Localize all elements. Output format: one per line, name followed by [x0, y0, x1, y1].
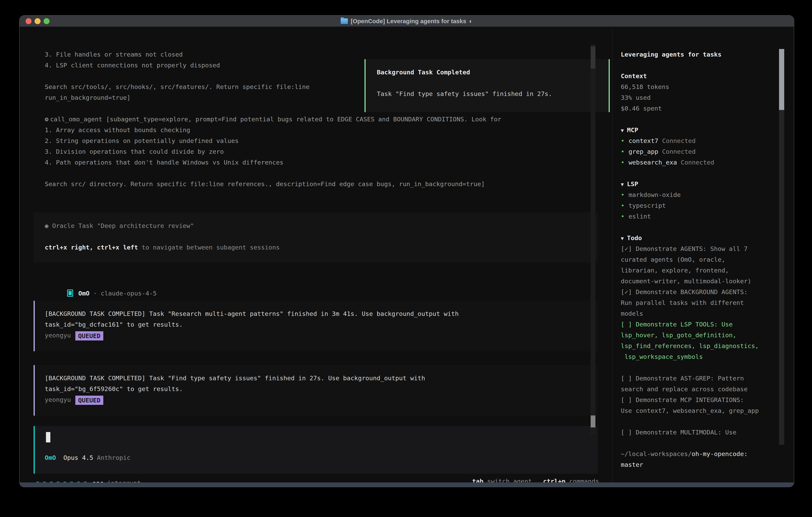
sidebar-item: •context7 Connected [621, 135, 781, 146]
window-title: [OpenCode] Leveraging agents for tasks [351, 18, 466, 25]
bullet-icon: • [621, 191, 625, 198]
bullet-icon: • [621, 137, 625, 144]
section-header-todo[interactable]: ▼Todo [621, 233, 781, 243]
agent-header: OmO · claude-opus-4-5 [45, 277, 157, 288]
item-name: websearch_exa [629, 159, 677, 166]
todo-line-done: curated agents (OmO, oracle, [621, 254, 781, 265]
agent-model: claude-opus-4-5 [101, 290, 157, 297]
todo-line-active: lsp_find_references, lsp_diagnostics, [621, 341, 781, 351]
bullet-icon: • [621, 159, 625, 166]
task-message-line: task_id="bg_dcfac161" to get results. [45, 321, 183, 328]
folder-icon [341, 19, 348, 24]
minimize-button[interactable] [35, 18, 40, 24]
close-button[interactable] [26, 18, 32, 24]
sidebar-item: •markdown-oxide [621, 189, 781, 200]
text-line: 3. Division operations that could divide… [45, 146, 596, 157]
context-header: Context [621, 72, 647, 80]
input-provider-label: Anthropic [97, 454, 130, 461]
section-header-lsp[interactable]: ▼LSP [621, 179, 781, 189]
item-name: context7 [629, 137, 658, 144]
oracle-task-hint: ctrl+x right, ctrl+x left to navigate be… [45, 242, 598, 253]
app-window: [OpenCode] Leveraging agents for tasks ◐… [19, 15, 794, 487]
text-line: Context [621, 71, 781, 81]
background-task-message: [BACKGROUND TASK COMPLETED] Task "Find t… [34, 365, 598, 416]
input-model-label: Opus 4.5 [63, 454, 93, 461]
input-meta: OmO Opus 4.5 Anthropic [45, 454, 130, 461]
text-line: 66,518 tokens [621, 81, 781, 92]
context-row: $0.46 spent [621, 105, 662, 112]
workspace-path-prefix: ~/local-workspaces/ [621, 450, 692, 457]
scrollback-text: Search src/ directory. Return specific f… [45, 180, 485, 188]
text-line: task_id="bg_6f59260c" to get results. [45, 383, 598, 394]
bullet-icon: • [621, 202, 625, 209]
text-line: Search src/ directory. Return specific f… [45, 179, 596, 189]
todo-line-active: lsp_workspace_symbols [621, 351, 781, 362]
item-status: Connected [658, 137, 696, 144]
text-line: yeongyuQUEUED [45, 330, 598, 341]
todo-line-pending: [ ] Demonstrate AST-GREP: Pattern [621, 373, 781, 384]
todo-line-pending: [ ] Demonstrate MULTIMODAL: Use [621, 427, 781, 438]
section-header-mcp[interactable]: ▼MCP [621, 125, 781, 135]
item-name: markdown-oxide [629, 191, 681, 198]
text-line [621, 416, 781, 427]
text-line: yeongyuQUEUED [45, 394, 598, 405]
sidebar-scrollbar[interactable] [779, 49, 784, 445]
workspace-path-name: oh-my-opencode: [692, 450, 748, 457]
todo-line-done: document-writer, multimodal-looker) [621, 276, 781, 287]
window-bottom-frame [20, 483, 794, 487]
sidebar-item: •websearch_exa Connected [621, 157, 781, 168]
scrollback-text: call_omo_agent [subagent_type=explore, p… [50, 115, 501, 123]
sidebar-item: •grep_app Connected [621, 146, 781, 157]
text-line [621, 470, 781, 481]
queued-badge: QUEUED [75, 396, 103, 405]
text-line: 2. String operations on potentially unde… [45, 135, 596, 146]
task-message-line: task_id="bg_6f59260c" to get results. [45, 385, 183, 392]
item-name: grep_app [629, 148, 658, 155]
todo-line-done: models [621, 308, 781, 319]
text-line [621, 168, 781, 179]
text-line: 3. File handles or streams not closed [45, 49, 596, 60]
content-area: 3. File handles or streams not closed4. … [20, 27, 794, 483]
scrollback-text: 4. LSP client connections not properly d… [45, 61, 220, 69]
notification-title: Background Task Completed [377, 67, 609, 78]
text-line [621, 114, 781, 125]
chevron-down-icon: ▼ [621, 182, 624, 187]
agent-separator: · [89, 290, 101, 297]
workspace-path: ~/local-workspaces/oh-my-opencode: [621, 448, 781, 459]
oracle-task-panel: ◉ Oracle Task "Deep architecture review"… [34, 212, 598, 262]
todo-line-done: librarian, explore, frontend, [621, 265, 781, 276]
scrollback-text: run_in_background=true] [45, 94, 130, 101]
text-line: [BACKGROUND TASK COMPLETED] Task "Find t… [45, 373, 598, 383]
context-row: 66,518 tokens [621, 83, 669, 90]
text-line: master [621, 459, 781, 470]
agent-name: OmO [78, 290, 89, 297]
text-line [621, 222, 781, 233]
text-line: task_id="bg_dcfac161" to get results. [45, 319, 598, 330]
main-scrollbar-thumb-top[interactable] [590, 47, 596, 69]
main-scrollbar[interactable] [590, 45, 596, 434]
item-status: Connected [677, 159, 714, 166]
titlebar: [OpenCode] Leveraging agents for tasks ◐ [20, 16, 794, 27]
bullet-icon: • [621, 213, 625, 220]
text-line: [BACKGROUND TASK COMPLETED] Task "Resear… [45, 308, 598, 319]
oracle-task-title: ◉ Oracle Task "Deep architecture review" [45, 220, 598, 231]
shortcut-keys: ctrl+x right, ctrl+x left [45, 244, 138, 251]
text-cursor [46, 432, 50, 442]
todo-line-active: lsp_hover, lsp_goto_definition, [621, 330, 781, 341]
session-state-icon: ◐ [469, 18, 473, 25]
text-line [621, 60, 781, 71]
task-message-line: [BACKGROUND TASK COMPLETED] Task "Resear… [45, 310, 459, 317]
agent-icon [67, 290, 73, 297]
sidebar-item: •eslint [621, 211, 781, 222]
prompt-input[interactable]: OmO Opus 4.5 Anthropic [34, 426, 598, 473]
item-name: eslint [629, 213, 651, 220]
scrollback-text: 3. File handles or streams not closed [45, 51, 183, 58]
section-header-label: LSP [627, 180, 638, 188]
text-line: 33% used [621, 92, 781, 103]
maximize-button[interactable] [44, 18, 50, 24]
sidebar-scrollbar-thumb[interactable] [779, 49, 784, 110]
panel-divider [612, 27, 613, 483]
text-line [45, 168, 596, 179]
traffic-lights [26, 18, 50, 24]
main-scrollbar-thumb[interactable] [590, 415, 596, 428]
